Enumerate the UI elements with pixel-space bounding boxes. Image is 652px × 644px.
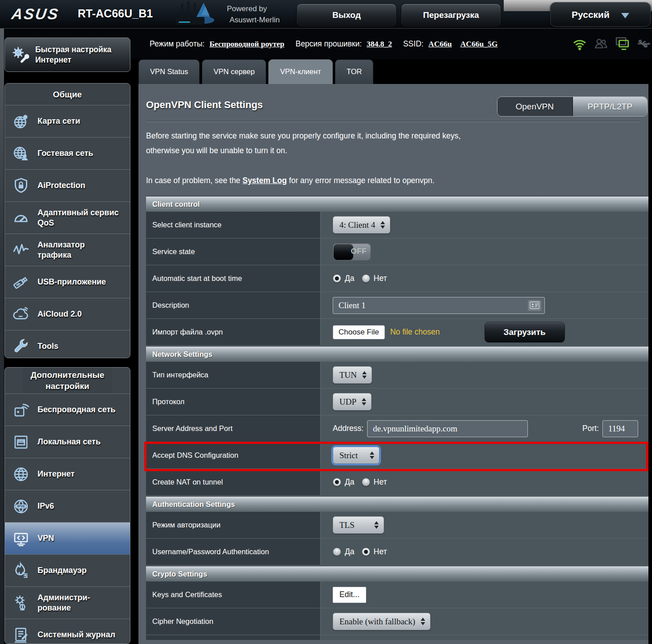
guest-network-icon [11, 143, 31, 164]
ssid-5g-link[interactable]: AC66u_5G [460, 39, 498, 48]
sidebar-item-aiprotection[interactable]: AiProtection [5, 169, 130, 201]
wifi-status-icon[interactable] [572, 36, 588, 52]
ssid-label: SSID: [403, 39, 424, 48]
row-label: Username/Password Authentication [146, 539, 320, 565]
radio-label: Нет [374, 274, 387, 283]
sidebar-item-label: VPN [38, 533, 54, 544]
interface-type-select[interactable]: TUN [333, 366, 372, 384]
sidebar-item-label: AiCloud 2.0 [38, 309, 82, 319]
monitor-status-icon[interactable] [614, 36, 631, 52]
ssid-24g-link[interactable]: AC66u [428, 39, 452, 48]
edit-keys-button[interactable]: Edit... [333, 587, 366, 603]
sidebar-item-traffic-analyzer[interactable]: Анализатор трафика [5, 234, 130, 266]
reboot-button[interactable]: Перезагрузка [401, 4, 501, 27]
sidebar-item-firewall[interactable]: Брандмауэр [5, 554, 130, 586]
aicloud-icon [11, 304, 31, 325]
radio-label: Да [345, 477, 355, 487]
service-state-toggle[interactable]: OFF [333, 243, 371, 261]
tab-vpn-client[interactable]: VPN-клиент [268, 59, 333, 84]
pptp-l2tp-tab-button[interactable]: PPTP/L2TP [572, 97, 648, 116]
tab-vpn-server[interactable]: VPN сервер [202, 59, 266, 84]
section-header-crypto: Crypto Settings [146, 565, 648, 581]
tab-vpn-status[interactable]: VPN Status [138, 59, 200, 84]
auth-mode-select[interactable]: TLS [333, 516, 384, 534]
cipher-negotiation-select[interactable]: Enable (with fallback) [333, 613, 430, 630]
server-address-input[interactable] [367, 420, 528, 437]
firmware-link[interactable]: 384.8_2 [367, 39, 392, 48]
row-label: Server Address and Port [146, 415, 320, 442]
sidebar-item-lan[interactable]: Локальная сеть [5, 426, 130, 458]
language-dropdown[interactable]: Русский [550, 2, 651, 27]
row-interface-type: Тип интерфейса TUN [146, 362, 648, 389]
row-label: Режим авторизации [146, 512, 320, 539]
aiprotection-icon [11, 176, 31, 196]
sidebar-item-usb-application[interactable]: USB-приложение [5, 266, 130, 298]
protocol-select[interactable]: UDP [333, 393, 372, 410]
row-userpass-auth: Username/Password Authentication Да Нет [146, 539, 648, 565]
address-label: Address: [333, 424, 364, 433]
sidebar-item-label: Анализатор трафика [38, 240, 100, 260]
quick-setup-button[interactable]: Быстрая настройка Интернет [4, 38, 130, 72]
row-label: Тип интерфейса [146, 362, 320, 389]
sidebar-item-network-map[interactable]: Карта сети [5, 105, 130, 137]
openvpn-tab-button[interactable]: OpenVPN [497, 97, 572, 116]
radio-label: Нет [374, 477, 387, 487]
contact-card-icon[interactable] [528, 300, 541, 311]
sidebar-item-aicloud[interactable]: AiCloud 2.0 [5, 298, 130, 330]
userpass-no-radio[interactable] [362, 548, 370, 556]
sidebar-item-guest-network[interactable]: Гостевая сеть [5, 137, 130, 169]
row-label: Description [146, 292, 320, 319]
port-label: Port: [582, 424, 599, 433]
tab-tor[interactable]: TOR [335, 59, 374, 84]
sidebar-item-ipv6[interactable]: IPV6 IPv6 [5, 490, 130, 522]
chevron-down-icon [621, 13, 629, 18]
sidebar-item-tools[interactable]: Tools [5, 330, 130, 358]
radio-label: Нет [374, 547, 387, 556]
server-port-input[interactable] [602, 420, 638, 437]
select-arrows-icon [362, 398, 366, 406]
auto-start-yes-radio[interactable] [333, 274, 341, 283]
mode-link[interactable]: Беспроводной роутер [209, 39, 284, 48]
page-left-texture [0, 29, 4, 644]
main-content: OpenVPN Client Settings OpenVPN PPTP/L2T… [138, 84, 648, 644]
lan-icon [11, 432, 31, 452]
clients-icon[interactable] [593, 36, 609, 52]
problem-paragraph: In case of problem, see the System Log f… [146, 173, 637, 188]
sidebar-item-wan[interactable]: Интернет [5, 458, 130, 490]
toggle-knob [334, 244, 353, 260]
no-file-chosen-text: No file chosen [390, 327, 440, 337]
create-nat-yes-radio[interactable] [333, 478, 341, 486]
tools-icon [11, 336, 31, 357]
row-automatic-start: Automatic start at boot time Да Нет [146, 265, 648, 292]
row-create-nat: Create NAT on tunnel Да Нет [146, 469, 648, 496]
userpass-yes-radio[interactable] [333, 548, 341, 556]
row-accept-dns: Accept DNS Configuration Strict [146, 442, 648, 469]
row-label: Accept DNS Configuration [146, 442, 320, 469]
sidebar-item-label: Брандмауэр [38, 565, 87, 576]
row-label: Create NAT on tunnel [146, 469, 320, 496]
sidebar-item-qos[interactable]: Адаптивный сервис QoS [5, 201, 130, 234]
system-log-link[interactable]: System Log [242, 176, 287, 185]
asus-logo: ASUS [10, 5, 60, 23]
row-server-address-port: Server Address and Port Address: Port: [146, 415, 648, 442]
upload-button[interactable]: Загрузить [485, 322, 565, 343]
accept-dns-select[interactable]: Strict [333, 447, 380, 464]
section-header-network-settings: Network Settings [146, 346, 648, 362]
row-partial-clipped [146, 635, 648, 640]
choose-file-button[interactable]: Choose File [333, 325, 385, 339]
description-input[interactable] [333, 297, 545, 314]
sidebar-item-wireless[interactable]: Беспроводная сеть [5, 393, 130, 426]
client-instance-select[interactable]: 4: Client 4 [333, 216, 390, 234]
row-protocol: Протокол UDP [146, 389, 648, 415]
logout-button[interactable]: Выход [297, 4, 397, 27]
select-arrows-icon [380, 221, 385, 229]
sidebar-item-administration[interactable]: Администри-рование [5, 586, 130, 619]
row-keys-certificates: Keys and Certificates Edit... [146, 581, 648, 608]
create-nat-no-radio[interactable] [362, 478, 370, 486]
usb-status-icon[interactable] [636, 36, 652, 52]
sidebar-item-vpn[interactable]: VPN [5, 522, 130, 554]
auto-start-no-radio[interactable] [362, 274, 370, 283]
wireless-icon [11, 400, 31, 420]
select-arrows-icon [374, 521, 379, 529]
sidebar-item-system-log[interactable]: Системный журнал [5, 619, 130, 644]
